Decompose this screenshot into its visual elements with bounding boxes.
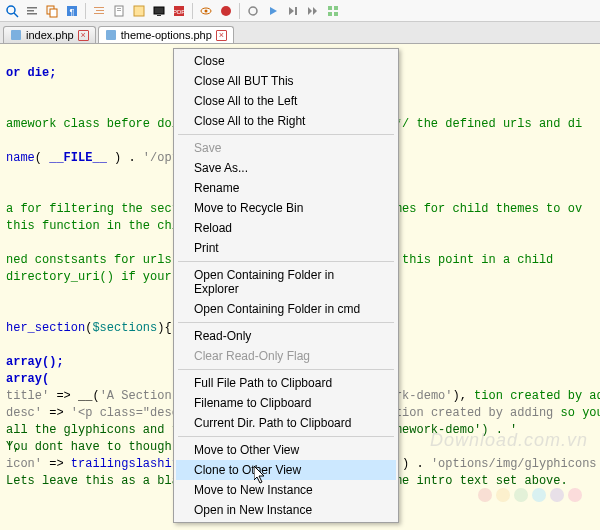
svg-rect-27 — [328, 12, 332, 16]
menu-item-close-all-to-the-left[interactable]: Close All to the Left — [176, 91, 396, 111]
svg-rect-6 — [50, 9, 57, 17]
paragraph-icon[interactable] — [90, 2, 108, 20]
svg-rect-10 — [96, 10, 104, 11]
indent-left-icon[interactable] — [23, 2, 41, 20]
svg-rect-30 — [106, 30, 116, 40]
close-icon[interactable]: × — [78, 30, 89, 41]
menu-item-reload[interactable]: Reload — [176, 218, 396, 238]
svg-rect-15 — [134, 6, 144, 16]
menu-item-read-only[interactable]: Read-Only — [176, 326, 396, 346]
decorative-dot — [514, 488, 528, 502]
tab-context-menu: CloseClose All BUT ThisClose All to the … — [173, 48, 399, 523]
menu-separator — [178, 261, 394, 262]
tab-index-php[interactable]: index.php× — [3, 26, 96, 43]
svg-point-22 — [221, 6, 231, 16]
decorative-dot — [550, 488, 564, 502]
svg-rect-14 — [117, 10, 121, 11]
menu-item-save-as[interactable]: Save As... — [176, 158, 396, 178]
svg-rect-25 — [328, 6, 332, 10]
svg-point-21 — [205, 9, 208, 12]
svg-rect-13 — [117, 8, 121, 9]
svg-rect-2 — [27, 7, 37, 9]
svg-rect-17 — [157, 15, 161, 16]
svg-rect-16 — [154, 7, 164, 14]
menu-item-close-all-but-this[interactable]: Close All BUT This — [176, 71, 396, 91]
toolbar-separator — [239, 3, 240, 19]
decorative-dot — [478, 488, 492, 502]
svg-text:PDF: PDF — [173, 9, 185, 15]
menu-item-clone-to-other-view[interactable]: Clone to Other View — [176, 460, 396, 480]
toolbar: ¶PDF — [0, 0, 600, 22]
toolbar-separator — [85, 3, 86, 19]
menu-item-open-containing-folder-in-explorer[interactable]: Open Containing Folder in Explorer — [176, 265, 396, 299]
menu-item-move-to-new-instance[interactable]: Move to New Instance — [176, 480, 396, 500]
circle-icon[interactable] — [244, 2, 262, 20]
menu-item-move-to-recycle-bin[interactable]: Move to Recycle Bin — [176, 198, 396, 218]
menu-item-rename[interactable]: Rename — [176, 178, 396, 198]
copy-icon[interactable] — [43, 2, 61, 20]
menu-item-full-file-path-to-clipboard[interactable]: Full File Path to Clipboard — [176, 373, 396, 393]
svg-rect-28 — [334, 12, 338, 16]
menu-item-clear-read-only-flag: Clear Read-Only Flag — [176, 346, 396, 366]
menu-separator — [178, 322, 394, 323]
decorative-dot — [532, 488, 546, 502]
decorative-dots — [478, 488, 582, 502]
svg-rect-29 — [11, 30, 21, 40]
svg-rect-3 — [27, 10, 34, 12]
grid-icon[interactable] — [324, 2, 342, 20]
monitor-icon[interactable] — [150, 2, 168, 20]
menu-separator — [178, 134, 394, 135]
svg-text:¶: ¶ — [70, 7, 75, 17]
tab-bar: index.php×theme-options.php× — [0, 22, 600, 44]
svg-rect-4 — [27, 13, 37, 15]
menu-item-close[interactable]: Close — [176, 51, 396, 71]
svg-rect-9 — [94, 7, 104, 8]
file-icon[interactable] — [110, 2, 128, 20]
menu-separator — [178, 369, 394, 370]
menu-item-move-to-other-view[interactable]: Move to Other View — [176, 440, 396, 460]
forward-icon[interactable] — [304, 2, 322, 20]
decorative-dot — [568, 488, 582, 502]
menu-item-save: Save — [176, 138, 396, 158]
next-icon[interactable] — [284, 2, 302, 20]
tab-label: index.php — [26, 29, 74, 41]
menu-item-current-dir-path-to-clipboard[interactable]: Current Dir. Path to Clipboard — [176, 413, 396, 433]
letter-icon[interactable] — [130, 2, 148, 20]
php-file-icon — [10, 29, 22, 41]
menu-item-open-containing-folder-in-cmd[interactable]: Open Containing Folder in cmd — [176, 299, 396, 319]
tab-theme-options-php[interactable]: theme-options.php× — [98, 26, 234, 43]
svg-rect-24 — [295, 7, 297, 15]
svg-point-23 — [249, 7, 257, 15]
close-icon[interactable]: × — [216, 30, 227, 41]
menu-item-close-all-to-the-right[interactable]: Close All to the Right — [176, 111, 396, 131]
toolbar-separator — [192, 3, 193, 19]
word-wrap-icon[interactable]: ¶ — [63, 2, 81, 20]
svg-rect-11 — [94, 13, 104, 14]
tab-label: theme-options.php — [121, 29, 212, 41]
menu-item-filename-to-clipboard[interactable]: Filename to Clipboard — [176, 393, 396, 413]
decorative-dot — [496, 488, 510, 502]
zoom-icon[interactable] — [3, 2, 21, 20]
record-icon[interactable] — [217, 2, 235, 20]
svg-line-1 — [14, 13, 18, 17]
play-icon[interactable] — [264, 2, 282, 20]
eye-icon[interactable] — [197, 2, 215, 20]
menu-item-print[interactable]: Print — [176, 238, 396, 258]
menu-separator — [178, 436, 394, 437]
pdf-icon[interactable]: PDF — [170, 2, 188, 20]
php-file-icon — [105, 29, 117, 41]
svg-rect-26 — [334, 6, 338, 10]
svg-point-0 — [7, 6, 15, 14]
menu-item-open-in-new-instance[interactable]: Open in New Instance — [176, 500, 396, 520]
